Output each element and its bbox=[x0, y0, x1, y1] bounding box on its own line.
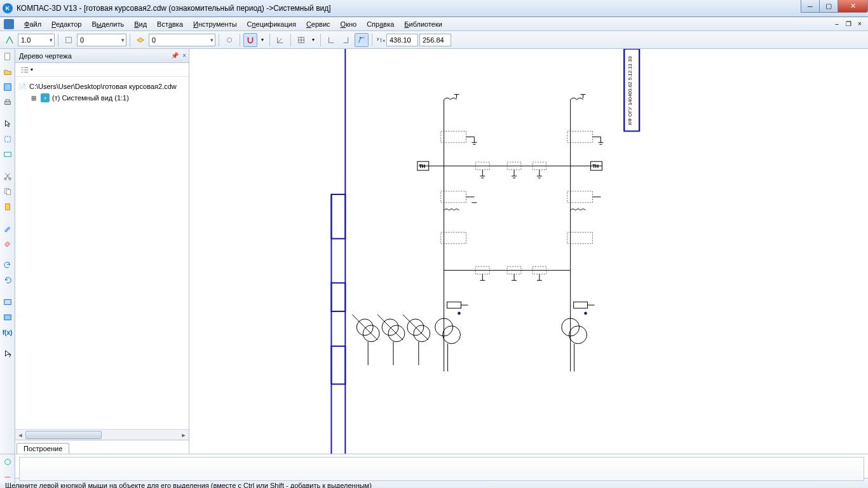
property-bar bbox=[0, 454, 868, 478]
library-icon[interactable] bbox=[1, 295, 14, 308]
maximize-button[interactable]: ▢ bbox=[819, 0, 838, 13]
menu-window[interactable]: Окно bbox=[336, 19, 362, 29]
scroll-right-icon[interactable]: ► bbox=[179, 430, 189, 440]
svg-text:ТН: ТН bbox=[593, 164, 599, 168]
svg-point-73 bbox=[585, 312, 587, 315]
close-button[interactable]: ✕ bbox=[837, 0, 868, 13]
layer-combo[interactable]: 0▾ bbox=[149, 34, 215, 46]
menu-file[interactable]: Файл bbox=[19, 19, 46, 29]
svg-rect-70 bbox=[574, 302, 588, 308]
round-icon[interactable] bbox=[355, 33, 369, 47]
coord-y-readout: 256.84 bbox=[419, 34, 451, 46]
panel-close-icon[interactable]: × bbox=[182, 52, 186, 59]
tree-file-row[interactable]: 📄 C:\Users\User\Desktop\готовая курсовая… bbox=[18, 81, 186, 92]
menu-view[interactable]: Вид bbox=[129, 19, 152, 29]
manager-icon[interactable] bbox=[1, 311, 14, 323]
menu-editor[interactable]: Редактор bbox=[46, 19, 86, 29]
svg-line-80 bbox=[377, 315, 403, 340]
drawing-canvas[interactable]: КФ ОГУ 140400.62 5.12.11 33 ТН ТН bbox=[189, 49, 868, 454]
snap-icon[interactable] bbox=[3, 33, 17, 47]
menu-insert[interactable]: Вставка bbox=[152, 19, 188, 29]
svg-rect-21 bbox=[4, 300, 11, 305]
document-icon: 📄 bbox=[18, 82, 27, 91]
xy-label: ʸ↕ₓ bbox=[377, 36, 385, 43]
svg-rect-30 bbox=[331, 346, 345, 384]
svg-rect-14 bbox=[4, 137, 10, 142]
mdi-controls: – ❐ × bbox=[832, 19, 864, 28]
svg-text:?: ? bbox=[8, 353, 11, 358]
step-combo[interactable]: 1.0▾ bbox=[18, 34, 55, 46]
tree-view-row[interactable]: ⊞ т (т) Системный вид (1:1) bbox=[18, 92, 186, 104]
angle-icon[interactable] bbox=[273, 33, 287, 47]
status-text: Щелкните левой кнопкой мыши на объекте д… bbox=[5, 482, 372, 489]
cut-icon[interactable] bbox=[1, 170, 14, 182]
drawing-tree[interactable]: 📄 C:\Users\User\Desktop\готовая курсовая… bbox=[15, 77, 189, 429]
svg-text:ТН: ТН bbox=[419, 164, 425, 168]
minimize-button[interactable]: ─ bbox=[801, 0, 820, 13]
prop-tool-1-icon[interactable] bbox=[1, 456, 14, 468]
magnet-icon[interactable] bbox=[243, 33, 257, 47]
open-icon[interactable] bbox=[1, 65, 14, 78]
menu-spec[interactable]: Спецификация bbox=[242, 19, 301, 29]
grid-icon[interactable] bbox=[294, 33, 308, 47]
svg-rect-12 bbox=[4, 101, 10, 104]
tree-toolbar: ▾ bbox=[15, 63, 189, 77]
copy-icon[interactable] bbox=[1, 185, 14, 198]
state-icon[interactable] bbox=[62, 33, 76, 47]
save-icon[interactable] bbox=[1, 81, 14, 93]
tree-hscroll[interactable]: ◄ ► bbox=[15, 429, 189, 440]
expand-icon[interactable]: ⊞ bbox=[29, 93, 38, 102]
cursor-icon[interactable] bbox=[1, 118, 14, 130]
print-icon[interactable] bbox=[1, 96, 14, 109]
menu-service[interactable]: Сервис bbox=[301, 19, 336, 29]
brush-icon[interactable] bbox=[1, 222, 14, 234]
tree-mode-icon[interactable] bbox=[18, 63, 32, 77]
title-bar: K КОМПАС-3D V13 - [готовая курсовая2.cdw… bbox=[0, 0, 868, 17]
svg-point-2 bbox=[360, 37, 362, 39]
view-node-icon: т bbox=[41, 93, 50, 102]
svg-point-90 bbox=[569, 326, 587, 344]
menu-tools[interactable]: Инструменты bbox=[188, 19, 242, 29]
mdi-close[interactable]: × bbox=[855, 19, 864, 28]
tab-construction[interactable]: Построение bbox=[17, 443, 69, 454]
left-dock: f(x) ? bbox=[0, 49, 15, 454]
svg-rect-68 bbox=[447, 302, 461, 308]
state-combo[interactable]: 0▾ bbox=[77, 34, 126, 46]
ortho-j-icon[interactable] bbox=[339, 33, 353, 47]
side-text: КФ ОГУ 140400.62 5.12.11 33 bbox=[627, 56, 633, 125]
svg-rect-57 bbox=[567, 191, 593, 203]
app-menu-icon[interactable] bbox=[4, 19, 14, 29]
menu-help[interactable]: Справка bbox=[362, 19, 399, 29]
redo-icon[interactable] bbox=[1, 274, 14, 287]
scroll-left-icon[interactable]: ◄ bbox=[15, 430, 25, 440]
variables-icon[interactable]: f(x) bbox=[1, 326, 14, 339]
new-doc-icon[interactable] bbox=[1, 50, 14, 63]
property-input[interactable] bbox=[19, 457, 864, 481]
svg-rect-19 bbox=[6, 189, 10, 194]
magnet-dropdown[interactable]: ▾ bbox=[259, 33, 266, 47]
mdi-minimize[interactable]: – bbox=[832, 19, 841, 28]
tree-panel: Дерево чертежа 📌 × ▾ 📄 C:\Users\User\Des… bbox=[15, 49, 189, 454]
svg-rect-13 bbox=[6, 100, 9, 102]
menu-libraries[interactable]: Библиотеки bbox=[399, 19, 447, 29]
select-icon[interactable] bbox=[1, 133, 14, 146]
svg-rect-28 bbox=[331, 194, 345, 239]
ortho-l-icon[interactable] bbox=[324, 33, 338, 47]
mdi-restore[interactable]: ❐ bbox=[844, 19, 853, 28]
grid-dropdown[interactable]: ▾ bbox=[309, 33, 317, 47]
help-icon[interactable]: ? bbox=[1, 348, 14, 360]
undo-icon[interactable] bbox=[1, 259, 14, 271]
scroll-thumb[interactable] bbox=[25, 431, 102, 439]
view-icon[interactable] bbox=[1, 148, 14, 161]
tree-panel-header: Дерево чертежа 📌 × bbox=[15, 49, 189, 63]
menu-select[interactable]: Выделить bbox=[86, 19, 129, 29]
paste-icon[interactable] bbox=[1, 200, 14, 213]
main-toolbar: 1.0▾ 0▾ 0▾ ▾ ▾ ʸ↕ₓ 438.10 256.84 bbox=[0, 31, 868, 49]
eraser-icon[interactable] bbox=[1, 237, 14, 250]
property-dock bbox=[0, 454, 15, 484]
layer-icon[interactable] bbox=[133, 33, 147, 47]
settings-icon[interactable] bbox=[222, 33, 236, 47]
pin-icon[interactable]: 📌 bbox=[171, 52, 179, 59]
svg-rect-55 bbox=[441, 191, 466, 203]
window-title: КОМПАС-3D V13 - [готовая курсовая2.cdw (… bbox=[17, 4, 331, 13]
